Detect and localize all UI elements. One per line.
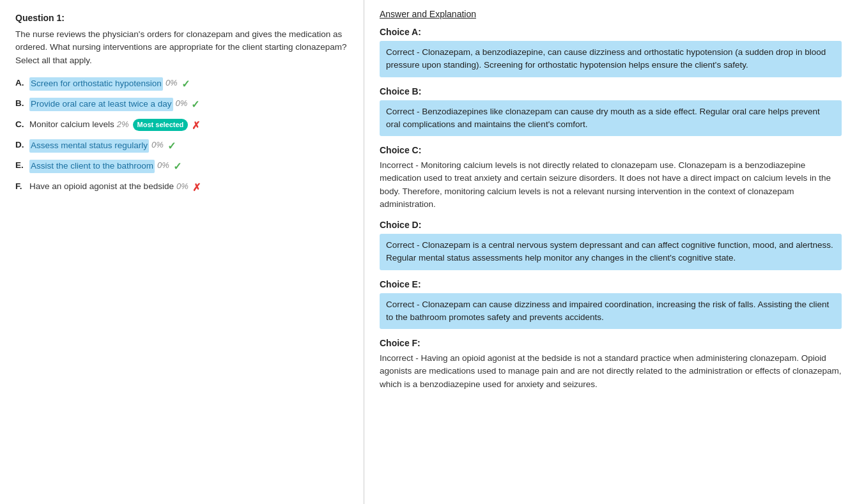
choice-letter: B. xyxy=(15,98,28,110)
choice-pct: 0% xyxy=(157,160,169,171)
check-icon: ✓ xyxy=(191,98,199,112)
explanation-label: Choice C: xyxy=(380,145,842,155)
explanation-label: Choice E: xyxy=(380,279,842,289)
choice-letter: D. xyxy=(15,139,28,151)
check-icon: ✓ xyxy=(181,77,190,91)
x-icon: ✗ xyxy=(192,181,201,195)
explanation-section-3: Choice C:Incorrect - Monitoring calcium … xyxy=(380,145,842,211)
choice-letter: C. xyxy=(15,119,28,131)
choice-pct: 0% xyxy=(166,77,178,89)
choice-letter: F. xyxy=(15,181,28,193)
choice-letter: A. xyxy=(15,77,28,89)
choice-row-c: C. Monitor calcium levels 2%Most selecte… xyxy=(15,119,348,133)
question-text: The nurse reviews the physician's orders… xyxy=(15,28,348,67)
explanation-text: Correct - Clonazepam, a benzodiazepine, … xyxy=(380,41,842,77)
choice-row-e: E. Assist the client to the bathroom 0%✓ xyxy=(15,160,348,174)
question-title: Question 1: xyxy=(15,13,348,23)
explanation-text: Correct - Benzodiazepines like clonazepa… xyxy=(380,100,842,137)
explanation-label: Choice F: xyxy=(380,338,842,348)
left-panel: Question 1: The nurse reviews the physic… xyxy=(0,0,364,504)
most-selected-badge: Most selected xyxy=(133,119,189,131)
explanation-container: Choice A:Correct - Clonazepam, a benzodi… xyxy=(380,27,842,391)
explanation-text: Correct - Clonazepam can cause dizziness… xyxy=(380,293,842,330)
explanation-text: Incorrect - Monitoring calcium levels is… xyxy=(380,159,842,211)
explanation-label: Choice D: xyxy=(380,220,842,230)
check-icon: ✓ xyxy=(167,139,176,153)
right-panel: Answer and Explanation Choice A:Correct … xyxy=(364,0,857,504)
explanation-text: Correct - Clonazepam is a central nervou… xyxy=(380,234,842,270)
explanation-section-4: Choice D:Correct - Clonazepam is a centr… xyxy=(380,220,842,270)
choice-pct: 0% xyxy=(176,98,188,109)
choice-text: Provide oral care at least twice a day xyxy=(29,98,173,111)
choice-text: Assist the client to the bathroom xyxy=(29,160,155,173)
explanation-section-1: Choice A:Correct - Clonazepam, a benzodi… xyxy=(380,27,842,77)
x-icon: ✗ xyxy=(192,119,200,133)
explanation-label: Choice A: xyxy=(380,27,842,37)
choice-letter: E. xyxy=(15,160,28,172)
choice-row-a: A. Screen for orthostatic hypotension 0%… xyxy=(15,77,348,91)
explanation-section-2: Choice B:Correct - Benzodiazepines like … xyxy=(380,86,842,137)
choice-text: Screen for orthostatic hypotension xyxy=(29,77,163,91)
choice-row-f: F. Have an opioid agonist at the bedside… xyxy=(15,181,348,195)
check-icon: ✓ xyxy=(173,160,181,174)
choices-container: A. Screen for orthostatic hypotension 0%… xyxy=(15,77,348,195)
explanation-section-6: Choice F:Incorrect - Having an opioid ag… xyxy=(380,338,842,391)
choice-text: Assess mental status regularly xyxy=(29,139,149,153)
choice-row-b: B. Provide oral care at least twice a da… xyxy=(15,98,348,112)
choice-text: Monitor calcium levels xyxy=(29,119,114,131)
answer-title: Answer and Explanation xyxy=(380,9,842,19)
explanation-section-5: Choice E:Correct - Clonazepam can cause … xyxy=(380,279,842,330)
choice-text: Have an opioid agonist at the bedside xyxy=(29,181,174,193)
choice-pct: 0% xyxy=(176,181,189,192)
choice-pct: 0% xyxy=(151,139,164,151)
choice-pct: 2% xyxy=(117,119,129,130)
explanation-label: Choice B: xyxy=(380,86,842,96)
choice-row-d: D. Assess mental status regularly 0%✓ xyxy=(15,139,348,153)
explanation-text: Incorrect - Having an opioid agonist at … xyxy=(380,352,842,391)
